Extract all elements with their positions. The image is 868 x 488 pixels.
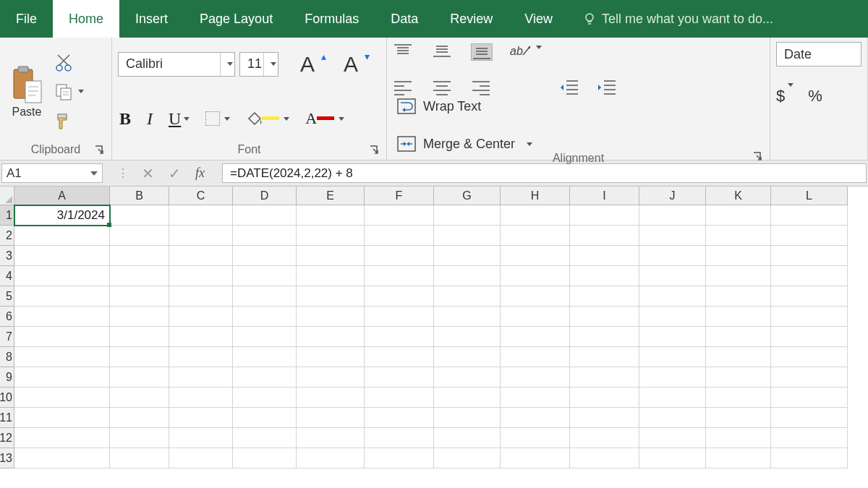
cell-J5[interactable] (639, 286, 706, 307)
cell-D4[interactable] (233, 266, 297, 286)
cell-F3[interactable] (365, 246, 434, 266)
cell-E4[interactable] (297, 266, 365, 286)
column-header-B[interactable]: B (110, 187, 169, 205)
column-header-I[interactable]: I (570, 187, 639, 205)
cell-D1[interactable] (233, 205, 297, 226)
cell-I13[interactable] (570, 448, 639, 468)
cell-J13[interactable] (639, 448, 706, 468)
cell-C9[interactable] (169, 367, 233, 388)
cell-G3[interactable] (434, 246, 501, 266)
borders-button[interactable] (204, 111, 231, 126)
cell-J7[interactable] (639, 327, 706, 347)
cell-E8[interactable] (297, 347, 365, 367)
cell-F2[interactable] (365, 226, 434, 246)
shrink-font-button[interactable]: A▾ (339, 52, 362, 77)
cell-I8[interactable] (570, 347, 639, 367)
cell-K13[interactable] (706, 448, 771, 468)
clipboard-launcher[interactable] (94, 145, 106, 156)
tab-home[interactable]: Home (53, 0, 119, 38)
tab-formulas[interactable]: Formulas (289, 0, 375, 38)
tab-page-layout[interactable]: Page Layout (184, 0, 289, 38)
cell-F10[interactable] (365, 388, 434, 408)
cell-D10[interactable] (233, 388, 297, 408)
cell-B3[interactable] (110, 246, 169, 266)
cell-G6[interactable] (434, 307, 501, 327)
cell-F12[interactable] (365, 428, 434, 448)
cell-C12[interactable] (169, 428, 233, 448)
cell-L11[interactable] (771, 408, 848, 428)
cell-H3[interactable] (501, 246, 570, 266)
cell-B2[interactable] (110, 226, 169, 246)
cell-L10[interactable] (771, 388, 848, 408)
cell-F11[interactable] (365, 408, 434, 428)
name-box[interactable]: A1 (1, 163, 103, 183)
cell-F13[interactable] (365, 448, 434, 468)
cell-L7[interactable] (771, 327, 848, 347)
cell-L2[interactable] (771, 226, 848, 246)
cell-H5[interactable] (501, 286, 570, 307)
copy-button[interactable] (55, 80, 84, 104)
cell-D12[interactable] (233, 428, 297, 448)
cell-D3[interactable] (233, 246, 297, 266)
cell-H2[interactable] (501, 226, 570, 246)
cell-F1[interactable] (365, 205, 434, 226)
cell-H7[interactable] (501, 327, 570, 347)
cell-K11[interactable] (706, 408, 771, 428)
cell-L3[interactable] (771, 246, 848, 266)
cell-B4[interactable] (110, 266, 169, 286)
row-header-1[interactable]: 1 (0, 205, 14, 226)
decrease-indent-button[interactable] (559, 79, 579, 98)
column-header-D[interactable]: D (233, 187, 297, 205)
row-header-4[interactable]: 4 (0, 266, 14, 286)
cell-K10[interactable] (706, 388, 771, 408)
cell-A8[interactable] (14, 347, 110, 367)
align-middle-button[interactable] (432, 43, 454, 61)
increase-indent-button[interactable] (597, 79, 617, 98)
cell-H9[interactable] (501, 367, 570, 388)
cell-L1[interactable] (771, 205, 848, 226)
cell-I4[interactable] (570, 266, 639, 286)
cell-I12[interactable] (570, 428, 639, 448)
font-name-combo[interactable]: Calibri (118, 52, 235, 77)
cell-I6[interactable] (570, 307, 639, 327)
cell-E7[interactable] (297, 327, 365, 347)
cell-L8[interactable] (771, 347, 848, 367)
tab-view[interactable]: View (509, 0, 569, 38)
font-color-button[interactable]: A (304, 109, 346, 128)
fill-color-button[interactable] (244, 111, 291, 126)
cell-G4[interactable] (434, 266, 501, 286)
bold-button[interactable]: B (118, 109, 132, 129)
cell-J8[interactable] (639, 347, 706, 367)
select-all-corner[interactable] (0, 187, 14, 205)
cell-A12[interactable] (14, 428, 110, 448)
cell-C3[interactable] (169, 246, 233, 266)
cell-G13[interactable] (434, 448, 501, 468)
cell-I11[interactable] (570, 408, 639, 428)
cell-B7[interactable] (110, 327, 169, 347)
align-right-button[interactable] (471, 80, 493, 97)
cell-D6[interactable] (233, 307, 297, 327)
cell-H13[interactable] (501, 448, 570, 468)
cell-B11[interactable] (110, 408, 169, 428)
enter-formula-button[interactable]: ✓ (169, 165, 181, 182)
cell-L9[interactable] (771, 367, 848, 388)
accounting-format-button[interactable]: $ (776, 87, 793, 106)
cell-B10[interactable] (110, 388, 169, 408)
row-header-11[interactable]: 11 (0, 408, 14, 428)
cell-D2[interactable] (233, 226, 297, 246)
row-header-3[interactable]: 3 (0, 246, 14, 266)
column-header-F[interactable]: F (365, 187, 434, 205)
cell-J9[interactable] (639, 367, 706, 388)
cell-G2[interactable] (434, 226, 501, 246)
cell-B13[interactable] (110, 448, 169, 468)
font-launcher[interactable] (369, 145, 380, 156)
cell-E12[interactable] (297, 428, 365, 448)
cell-D8[interactable] (233, 347, 297, 367)
cell-D9[interactable] (233, 367, 297, 388)
column-header-C[interactable]: C (169, 187, 233, 205)
cell-C13[interactable] (169, 448, 233, 468)
cell-J12[interactable] (639, 428, 706, 448)
cell-E1[interactable] (297, 205, 365, 226)
cell-C11[interactable] (169, 408, 233, 428)
cell-J3[interactable] (639, 246, 706, 266)
